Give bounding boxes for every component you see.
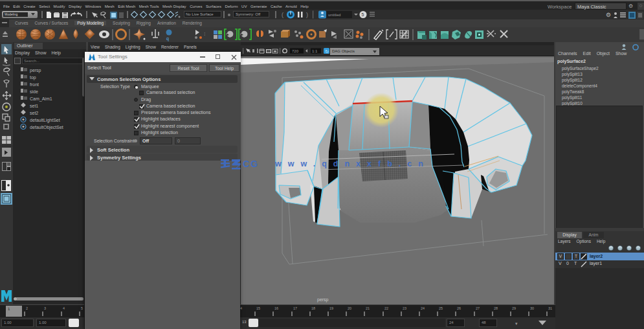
svg-text:15: 15 <box>256 306 260 310</box>
svg-text:): ) <box>306 12 308 18</box>
svg-text:5: 5 <box>81 306 83 310</box>
svg-text:20: 20 <box>348 306 351 310</box>
svg-text:persp: persp <box>317 297 329 302</box>
svg-text:set1: set1 <box>30 104 38 108</box>
svg-text:set2: set2 <box>30 111 38 115</box>
svg-text:17: 17 <box>293 306 297 310</box>
svg-text:16: 16 <box>274 306 278 310</box>
svg-text:defaultObjectSet: defaultObjectSet <box>30 125 63 130</box>
svg-text:4: 4 <box>63 306 65 310</box>
svg-text:Cam_Aim1: Cam_Aim1 <box>30 96 52 102</box>
svg-text:27: 27 <box>476 306 480 310</box>
svg-text:↻: ↻ <box>325 49 329 54</box>
svg-text:18: 18 <box>311 306 315 310</box>
svg-text:22: 22 <box>384 306 388 310</box>
svg-text:2: 2 <box>26 306 28 310</box>
svg-text:(: ( <box>282 12 283 18</box>
svg-text:24: 24 <box>421 306 425 310</box>
svg-text:25: 25 <box>439 306 443 310</box>
svg-text:⋮: ⋮ <box>203 32 206 36</box>
svg-text:⚙: ⚙ <box>606 12 611 18</box>
svg-text:720: 720 <box>292 49 299 53</box>
svg-text:31: 31 <box>548 306 552 310</box>
svg-text:30: 30 <box>530 306 534 310</box>
svg-text:21: 21 <box>366 306 370 310</box>
svg-text:top: top <box>30 75 36 80</box>
svg-text:untitled: untitled <box>328 13 340 17</box>
svg-text:front: front <box>30 82 39 87</box>
svg-text:29: 29 <box>512 306 516 310</box>
svg-text:19: 19 <box>329 306 333 310</box>
svg-text:28: 28 <box>494 306 498 310</box>
svg-text:5: 5 <box>362 12 364 17</box>
svg-text:www.qdnxxfb.cn: www.qdnxxfb.cn <box>274 159 430 168</box>
svg-text:23: 23 <box>403 306 406 310</box>
svg-text:persp: persp <box>30 68 41 73</box>
svg-text:1:1: 1:1 <box>312 49 318 53</box>
svg-text:26: 26 <box>457 306 461 310</box>
svg-text:3: 3 <box>44 306 46 310</box>
svg-text:side: side <box>30 89 38 94</box>
svg-text:q: q <box>166 36 169 41</box>
svg-text:defaultLightSet: defaultLightSet <box>30 118 60 123</box>
svg-text:CG: CG <box>243 159 259 169</box>
